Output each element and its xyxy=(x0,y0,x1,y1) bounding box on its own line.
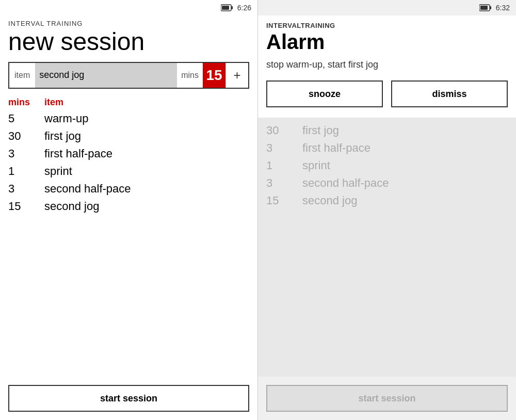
alarm-header: INTERVALTRAINING Alarm stop warm-up, sta… xyxy=(258,15,516,118)
alarm-title: Alarm xyxy=(266,30,508,53)
right-list-item: 1 sprint xyxy=(266,157,508,174)
right-row-mins-4: 15 xyxy=(266,194,302,207)
row-item-1: first jog xyxy=(44,130,81,143)
left-app-label: INTERVAL TRAINING xyxy=(0,15,257,27)
right-list-item: 3 first half-pace xyxy=(266,139,508,157)
input-row: item mins 15 + xyxy=(8,62,249,89)
right-row-item-3: second half-pace xyxy=(302,176,389,190)
row-mins-3: 1 xyxy=(8,165,44,178)
item-input[interactable] xyxy=(35,63,177,88)
list-item: 5 warm-up xyxy=(8,110,249,127)
row-mins-4: 3 xyxy=(8,182,44,196)
row-item-5: second jog xyxy=(44,200,99,213)
right-list-item: 3 second half-pace xyxy=(266,174,508,192)
list-item: 15 second jog xyxy=(8,198,249,215)
svg-rect-5 xyxy=(480,6,488,10)
list-item: 3 second half-pace xyxy=(8,180,249,198)
row-item-3: sprint xyxy=(44,165,72,178)
header-mins: mins xyxy=(8,97,44,108)
svg-rect-2 xyxy=(222,6,229,10)
row-item-0: warm-up xyxy=(44,112,89,125)
row-mins-5: 15 xyxy=(8,200,44,213)
snooze-button[interactable]: snooze xyxy=(266,80,383,107)
list-item: 3 first half-pace xyxy=(8,145,249,163)
right-row-item-0: first jog xyxy=(302,124,339,137)
start-session-button[interactable]: start session xyxy=(8,385,249,412)
alarm-buttons: snooze dismiss xyxy=(266,80,508,107)
alarm-message: stop warm-up, start first jog xyxy=(266,59,508,70)
list-header: mins item xyxy=(8,97,249,108)
left-list-area: mins item 5 warm-up 30 first jog 3 first… xyxy=(0,97,257,377)
left-time: 6:26 xyxy=(237,4,251,12)
row-item-2: first half-pace xyxy=(44,147,112,160)
right-row-mins-0: 30 xyxy=(266,124,302,137)
right-list-item: 30 first jog xyxy=(266,122,508,139)
row-mins-0: 5 xyxy=(8,112,44,125)
right-list-item: 15 second jog xyxy=(266,192,508,209)
header-item: item xyxy=(44,97,63,108)
item-label: item xyxy=(9,71,35,80)
right-row-mins-3: 3 xyxy=(266,176,302,190)
right-app-label: INTERVALTRAINING xyxy=(266,22,508,29)
left-page-title: new session xyxy=(0,27,257,62)
right-status-bar: 6:32 xyxy=(258,0,516,15)
right-row-item-4: second jog xyxy=(302,194,357,207)
mins-value: 15 xyxy=(203,63,225,88)
right-start-session-button[interactable]: start session xyxy=(266,385,508,412)
right-list-area: 30 first jog 3 first half-pace 1 sprint … xyxy=(258,118,516,377)
svg-rect-4 xyxy=(490,6,491,9)
right-row-item-2: sprint xyxy=(302,159,330,172)
right-screen: 6:32 INTERVALTRAINING Alarm stop warm-up… xyxy=(258,0,516,420)
left-screen: 6:26 INTERVAL TRAINING new session item … xyxy=(0,0,258,420)
row-mins-1: 30 xyxy=(8,130,44,143)
right-battery-icon xyxy=(479,4,492,11)
list-item: 30 first jog xyxy=(8,127,249,145)
dismiss-button[interactable]: dismiss xyxy=(391,80,508,107)
right-row-item-1: first half-pace xyxy=(302,141,370,155)
right-row-mins-1: 3 xyxy=(266,141,302,155)
right-time: 6:32 xyxy=(496,4,510,12)
plus-button[interactable]: + xyxy=(225,63,248,88)
row-mins-2: 3 xyxy=(8,147,44,160)
row-item-4: second half-pace xyxy=(44,182,131,196)
mins-label: mins xyxy=(177,71,203,80)
left-status-bar: 6:26 xyxy=(0,0,257,15)
left-battery-icon xyxy=(221,4,233,11)
right-row-mins-2: 1 xyxy=(266,159,302,172)
svg-rect-1 xyxy=(231,6,233,9)
list-item: 1 sprint xyxy=(8,163,249,180)
